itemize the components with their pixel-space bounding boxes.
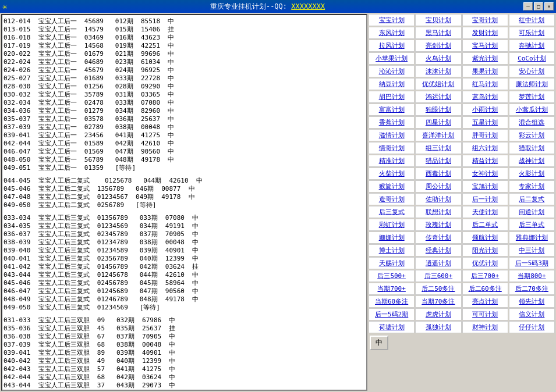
plan-button[interactable]: 亮剑计划	[415, 40, 461, 52]
plan-button[interactable]: 发财计划	[462, 27, 508, 39]
plan-button[interactable]: 沁沁计划	[369, 65, 415, 77]
plan-button[interactable]: 喜洋洋计划	[415, 129, 461, 141]
plan-button[interactable]: 后三单式	[509, 219, 555, 231]
plan-button[interactable]: 富富计划	[369, 104, 415, 116]
plan-button[interactable]: 东风计划	[369, 27, 415, 39]
plan-button[interactable]: 西毒计划	[415, 168, 461, 180]
plan-button[interactable]: 廉法师计划	[509, 78, 555, 90]
plan-button[interactable]: 宝宝计划	[369, 14, 415, 26]
plan-button[interactable]: 孤独计划	[415, 321, 461, 333]
plan-button[interactable]: 领航计划	[462, 231, 508, 244]
plan-button[interactable]: 五星计划	[462, 116, 508, 129]
plan-button[interactable]: 后二复式	[509, 193, 555, 205]
plan-button[interactable]: 小蒿瓜计划	[509, 104, 555, 116]
plan-button[interactable]: 佐助计划	[415, 193, 461, 205]
close-button[interactable]: ×	[544, 2, 554, 10]
plan-button[interactable]: 胡巴计划	[369, 91, 415, 103]
plan-button[interactable]: 传奇计划	[415, 231, 461, 244]
plan-button[interactable]: 当期60多注	[369, 295, 415, 308]
plan-button[interactable]: 独眼计划	[415, 104, 461, 116]
plan-button[interactable]: 宝旭计划	[462, 180, 508, 193]
maximize-button[interactable]: □	[534, 2, 543, 10]
plan-button[interactable]: 可乐计划	[509, 27, 555, 39]
plan-button[interactable]: 造哥计划	[369, 193, 415, 205]
plan-button[interactable]: 后一计划	[462, 193, 508, 205]
plan-button[interactable]: 荷塘计划	[369, 321, 415, 333]
plan-button[interactable]: 亮点计划	[462, 295, 508, 308]
plan-button[interactable]: 梦莲计划	[509, 91, 555, 103]
plan-button[interactable]: 红中计划	[509, 14, 555, 26]
plan-button[interactable]: 仔仔计划	[509, 321, 555, 333]
plan-button[interactable]: 黑马计划	[415, 27, 461, 39]
plan-button[interactable]: 战神计划	[509, 155, 555, 167]
plan-button[interactable]: 小雨计划	[462, 104, 508, 116]
plan-button[interactable]: 经典计划	[415, 244, 461, 256]
plan-button[interactable]: 组六计划	[462, 142, 508, 154]
plan-button[interactable]: 火鸟计划	[415, 52, 461, 65]
plan-button[interactable]: 后一5码3期	[509, 257, 555, 269]
plan-button[interactable]: 优优姐计划	[415, 78, 461, 90]
plan-button[interactable]: 后二60多注	[462, 283, 508, 295]
plan-button[interactable]: 猎取计划	[509, 142, 555, 154]
plan-button[interactable]: 天使计划	[462, 206, 508, 218]
plan-button[interactable]: 宝马计划	[462, 40, 508, 52]
plan-button[interactable]: 四星计划	[415, 116, 461, 129]
plan-button[interactable]: 后二50多注	[415, 283, 461, 295]
plan-button[interactable]: 姗姗计划	[369, 231, 415, 244]
scroll-content[interactable]: 012-014 宝宝人工后一 45689 012期 85518 中013-015…	[2, 15, 366, 390]
plan-button[interactable]: 领先计划	[509, 295, 555, 308]
plan-button[interactable]: CoCo计划	[509, 52, 555, 65]
plan-button[interactable]: 雅典娜计划	[509, 231, 555, 244]
plan-button[interactable]: 虎虎计划	[415, 308, 461, 320]
plan-button[interactable]: 优优计划	[462, 257, 508, 269]
plan-button[interactable]: 拉风计划	[369, 40, 415, 52]
plan-button[interactable]: 后三600+	[415, 270, 461, 282]
plan-button[interactable]: 紫光计划	[462, 52, 508, 65]
plan-button[interactable]: 后三500+	[369, 270, 415, 282]
plan-button[interactable]: 财神计划	[462, 321, 508, 333]
plan-button[interactable]: 纳豆计划	[369, 78, 415, 90]
plan-button[interactable]: 沫沫计划	[415, 65, 461, 77]
plan-button[interactable]: 后三700+	[462, 270, 508, 282]
plan-button[interactable]: 溢情计划	[369, 129, 415, 141]
status-button[interactable]: 中	[370, 336, 388, 350]
plan-button[interactable]: 当期800+	[509, 270, 555, 282]
plan-button[interactable]: 宝哥计划	[462, 14, 508, 26]
plan-button[interactable]: 当期70多注	[415, 295, 461, 308]
plan-button[interactable]: 当期700+	[369, 283, 415, 295]
plan-button[interactable]: 可可计划	[462, 308, 508, 320]
plan-button[interactable]: 联想计划	[415, 206, 461, 218]
plan-button[interactable]: 蓝鸟计划	[462, 91, 508, 103]
plan-button[interactable]: 后二70多注	[509, 283, 555, 295]
plan-button[interactable]: 天赐计划	[369, 257, 415, 269]
plan-button[interactable]: 逍遥计划	[415, 257, 461, 269]
plan-button[interactable]: 专家计划	[509, 180, 555, 193]
plan-button[interactable]: 阳光计划	[462, 244, 508, 256]
plan-button[interactable]: 火柴计划	[369, 168, 415, 180]
plan-button[interactable]: 中三计划	[509, 244, 555, 256]
plan-button[interactable]: 猴旋计划	[369, 180, 415, 193]
plan-button[interactable]: 周公计划	[415, 180, 461, 193]
plan-button[interactable]: 后一5码2期	[369, 308, 415, 320]
plan-button[interactable]: 安心计划	[509, 65, 555, 77]
plan-button[interactable]: 组三计划	[415, 142, 461, 154]
plan-button[interactable]: 红马计划	[462, 78, 508, 90]
plan-button[interactable]: 女神计划	[462, 168, 508, 180]
qq-link[interactable]: XXXXXXXX	[291, 2, 325, 10]
plan-button[interactable]: 火影计划	[509, 168, 555, 180]
plan-button[interactable]: 混合组选	[509, 116, 555, 129]
plan-button[interactable]: 宝贝计划	[415, 14, 461, 26]
plan-button[interactable]: 奔驰计划	[509, 40, 555, 52]
minimize-button[interactable]: ─	[523, 2, 533, 10]
plan-button[interactable]: 果果计划	[462, 65, 508, 77]
plan-button[interactable]: 后二单式	[462, 219, 508, 231]
plan-button[interactable]: 情哥计划	[369, 142, 415, 154]
plan-button[interactable]: 博士计划	[369, 244, 415, 256]
plan-button[interactable]: 信义计划	[509, 308, 555, 320]
plan-button[interactable]: 彩虹计划	[369, 219, 415, 231]
plan-button[interactable]: 猎品计划	[415, 155, 461, 167]
plan-button[interactable]: 鸿运计划	[415, 91, 461, 103]
plan-button[interactable]: 精益计划	[462, 155, 508, 167]
plan-button[interactable]: 香蕉计划	[369, 116, 415, 129]
plan-button[interactable]: 小苹果计划	[369, 52, 415, 65]
